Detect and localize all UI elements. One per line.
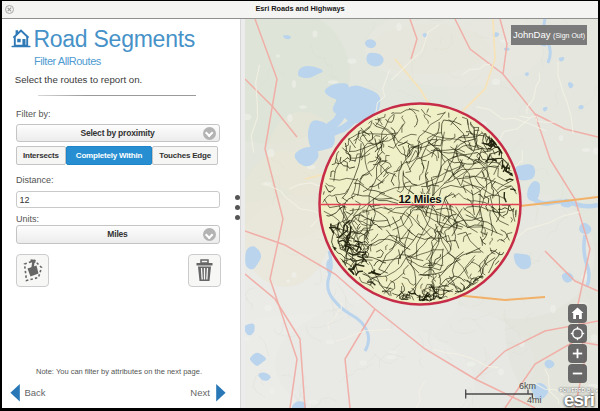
svg-text:12 Miles: 12 Miles <box>398 193 441 205</box>
svg-text:4mi: 4mi <box>527 395 542 405</box>
svg-text:6km: 6km <box>519 381 536 391</box>
